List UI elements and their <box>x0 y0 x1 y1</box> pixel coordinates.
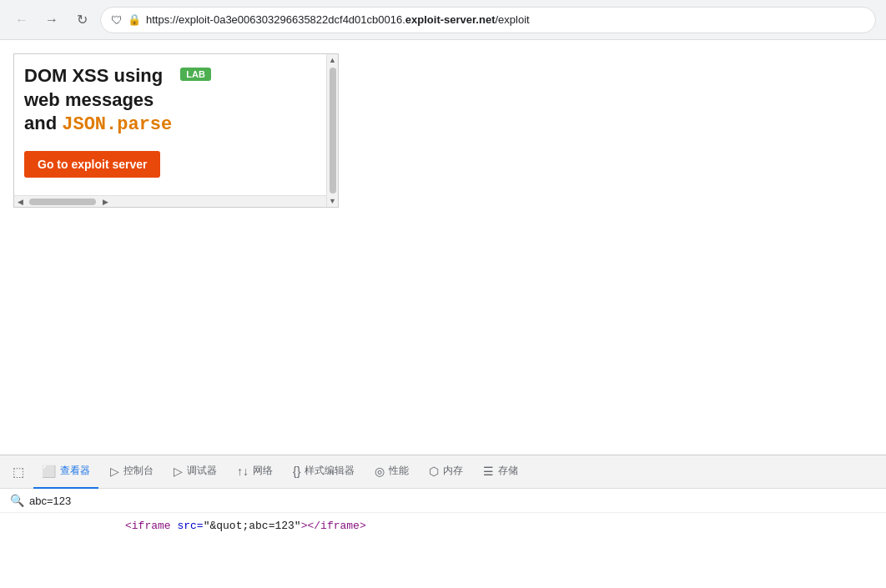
debugger-icon: ▷ <box>174 465 183 478</box>
scroll-up-arrow[interactable]: ▲ <box>327 54 339 66</box>
refresh-button[interactable]: ↻ <box>70 8 93 32</box>
devtools-code-content: <iframe src="&quot;abc=123"></iframe> <box>0 513 886 532</box>
inspector-icon: ⬜ <box>42 465 56 478</box>
shield-icon: 🛡 <box>111 13 123 27</box>
scroll-down-arrow[interactable]: ▼ <box>327 195 339 207</box>
storage-icon: ☰ <box>483 465 494 478</box>
horizontal-scrollbar[interactable]: ◀ ▶ <box>14 195 326 207</box>
address-url: https://exploit-0a3e006303296635822dcf4d… <box>146 13 530 26</box>
lab-badge: LAB <box>180 68 211 81</box>
tab-inspector[interactable]: ⬜ 查看器 <box>33 455 98 489</box>
scroll-thumb-horizontal[interactable] <box>29 199 96 205</box>
iframe-preview: ▲ ▼ ◀ ▶ DOM XSS using web messages and J… <box>13 53 339 208</box>
devtools-pick-element-button[interactable]: ⬚ <box>7 460 30 484</box>
tab-storage[interactable]: ☰ 存储 <box>475 455 526 489</box>
browser-chrome: ← → ↻ 🛡 🔒 https://exploit-0a3e0063032966… <box>0 0 886 40</box>
vertical-scrollbar[interactable]: ▲ ▼ <box>326 54 338 207</box>
devtools-search-bar: 🔍 abc=123 <box>0 489 886 513</box>
tab-console[interactable]: ▷ 控制台 <box>102 455 162 489</box>
html-tag-close: ></iframe> <box>301 520 366 532</box>
back-button[interactable]: ← <box>10 8 33 32</box>
tab-debugger[interactable]: ▷ 调试器 <box>165 455 225 489</box>
performance-icon: ◎ <box>375 465 385 478</box>
html-attr-value: "&quot;abc=123" <box>204 520 301 532</box>
page-content: ▲ ▼ ◀ ▶ DOM XSS using web messages and J… <box>0 40 886 455</box>
lock-icon: 🔒 <box>128 13 141 26</box>
forward-button[interactable]: → <box>40 8 63 32</box>
search-text: abc=123 <box>29 495 71 507</box>
lab-title: DOM XSS using web messages and JSON.pars… <box>24 64 172 138</box>
memory-icon: ⬡ <box>429 465 439 478</box>
tab-memory[interactable]: ⬡ 内存 <box>420 455 471 489</box>
devtools-tabs: ⬚ ⬜ 查看器 ▷ 控制台 ▷ 调试器 ↑↓ 网络 {} 样式编辑器 ◎ 性能 … <box>0 455 886 489</box>
tab-performance[interactable]: ◎ 性能 <box>366 455 417 489</box>
tab-style-editor[interactable]: {} 样式编辑器 <box>284 455 363 489</box>
scroll-right-arrow[interactable]: ▶ <box>99 196 111 208</box>
address-bar[interactable]: 🛡 🔒 https://exploit-0a3e006303296635822d… <box>100 7 876 33</box>
tab-network[interactable]: ↑↓ 网络 <box>229 455 281 489</box>
lab-title-text: DOM XSS using web messages and JSON.pars… <box>24 64 172 141</box>
lab-title-row: DOM XSS using web messages and JSON.pars… <box>24 64 310 141</box>
console-icon: ▷ <box>110 465 119 478</box>
network-icon: ↑↓ <box>237 465 249 478</box>
devtools-panel: ⬚ ⬜ 查看器 ▷ 控制台 ▷ 调试器 ↑↓ 网络 {} 样式编辑器 ◎ 性能 … <box>0 455 886 588</box>
style-editor-icon: {} <box>293 465 300 478</box>
scroll-thumb-vertical[interactable] <box>330 68 336 193</box>
html-attr-src: src= <box>177 520 203 532</box>
iframe-inner-content: DOM XSS using web messages and JSON.pars… <box>14 54 326 203</box>
html-tag-open: <iframe <box>125 520 177 532</box>
scroll-left-arrow[interactable]: ◀ <box>14 196 26 208</box>
search-icon: 🔍 <box>10 494 24 507</box>
exploit-server-button[interactable]: Go to exploit server <box>24 151 160 178</box>
